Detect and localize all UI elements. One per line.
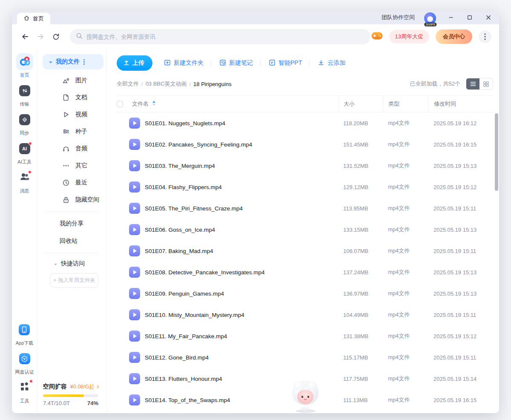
caret-down-icon <box>54 260 57 267</box>
file-modified-time: 2025.05.19 15:13 <box>428 227 493 233</box>
table-row[interactable]: S01E05. The_Piri_Fitness_Craze.mp4 113.9… <box>117 198 493 219</box>
sidebar-item-recycle-bin[interactable]: 回收站 <box>37 232 106 250</box>
my-files-menu-icon[interactable] <box>83 59 85 65</box>
rail-item-sync[interactable]: 同步 <box>16 111 33 136</box>
video-file-icon <box>129 160 140 171</box>
close-button[interactable] <box>484 13 493 22</box>
back-button[interactable] <box>20 31 31 42</box>
table-row[interactable]: S01E08. Detective_Pancake_Investigates.m… <box>117 262 493 283</box>
sidebar-item-hidden-space[interactable]: 隐藏空间 <box>37 191 106 208</box>
file-type: mp4文件 <box>383 183 428 191</box>
search-bar[interactable] <box>70 29 370 44</box>
table-row[interactable]: S01E04. Flashy_Flippers.mp4 129.12MB mp4… <box>117 176 493 198</box>
file-name[interactable]: S01E05. The_Piri_Fitness_Craze.mp4 <box>145 205 338 212</box>
column-type[interactable]: 类型 <box>383 95 428 112</box>
file-name[interactable]: S01E01. Nuggets_Nuglets.mp4 <box>145 120 338 127</box>
table-row[interactable]: S01E01. Nuggets_Nuglets.mp4 118.20MB mp4… <box>117 112 493 134</box>
file-name[interactable]: S01E12. Gone_Bird.mp4 <box>145 354 338 361</box>
table-row[interactable]: S01E03. The_Merguin.mp4 131.52MB mp4文件 2… <box>117 155 493 176</box>
scrollbar-thumb[interactable] <box>495 113 498 191</box>
headphones-icon <box>62 145 70 152</box>
my-files-label: 我的文件 <box>56 58 80 66</box>
column-modified[interactable]: 修改时间 <box>428 95 493 112</box>
more-menu-button[interactable] <box>479 30 491 43</box>
file-size: 118.20MB <box>338 120 383 127</box>
divider <box>211 60 211 66</box>
minimize-button[interactable] <box>446 13 456 22</box>
smart-ppt-button[interactable]: P 智能PPT <box>269 59 302 67</box>
sidebar-item-other[interactable]: 其它 <box>37 157 106 174</box>
file-name[interactable]: S01E10. Misty_Mountain_Mystery.mp4 <box>145 312 338 318</box>
tab-home[interactable]: 首页 <box>17 13 50 24</box>
workspace-link[interactable]: 团队协作空间 <box>382 14 415 21</box>
video-file-icon <box>129 267 140 278</box>
upload-button[interactable]: 上传 <box>117 55 152 71</box>
table-row[interactable]: S01E02. Pancakes_Syncing_Feeling.mp4 151… <box>117 134 493 155</box>
storage-price-link[interactable]: ¥0.08/G起 <box>70 383 98 391</box>
sidebar-item-quick-access[interactable]: 快捷访问 <box>37 256 106 271</box>
column-filename[interactable]: 文件名 <box>132 100 149 108</box>
rail-item-certification[interactable]: 网盘认证 <box>15 350 34 375</box>
member-center-button[interactable]: 会员中心 <box>436 29 472 44</box>
file-name[interactable]: S01E06. Goss_on_Ice.mp4 <box>145 227 338 233</box>
video-file-icon <box>129 203 140 214</box>
breadcrumb-folder[interactable]: 03 BBC英文动画 <box>146 80 187 88</box>
forward-button[interactable] <box>35 31 46 42</box>
drop-folder-zone[interactable]: + 拖入常用文件夹 <box>50 273 98 288</box>
rail-item-home[interactable]: 首页 <box>16 53 33 78</box>
table-row[interactable]: S01E06. Goss_on_Ice.mp4 133.15MB mp4文件 2… <box>117 219 493 240</box>
rail-item-tools[interactable]: 工具 <box>16 379 33 404</box>
rail-label-certification: 网盘认证 <box>15 369 34 375</box>
rail-item-ai-tools[interactable]: AI AI工具 <box>16 140 33 165</box>
sidebar-item-torrents[interactable]: Bt 种子 <box>37 123 106 140</box>
file-name[interactable]: S01E09. Penguin_Games.mp4 <box>145 291 338 297</box>
table-row[interactable]: S01E12. Gone_Bird.mp4 115.17MB mp4文件 202… <box>117 347 493 368</box>
file-type: mp4文件 <box>383 204 428 212</box>
rail-item-transfer[interactable]: 传输 <box>16 82 33 107</box>
list-view-button[interactable] <box>466 78 479 89</box>
file-name[interactable]: S01E03. The_Merguin.mp4 <box>145 163 338 169</box>
sidebar-item-my-files[interactable]: 我的文件 <box>43 54 103 69</box>
file-type: mp4文件 <box>383 247 428 255</box>
sort-icon[interactable] <box>152 101 156 107</box>
app-window: 首页 团队协作空间 SVIP5 <box>12 11 499 413</box>
file-type: mp4文件 <box>383 354 428 361</box>
sidebar-item-documents[interactable]: 文档 <box>37 89 106 106</box>
table-row[interactable]: S01E09. Penguin_Games.mp4 136.97MB mp4文件… <box>117 283 493 304</box>
file-name[interactable]: S01E02. Pancakes_Syncing_Feeling.mp4 <box>145 141 338 148</box>
file-name[interactable]: S01E08. Detective_Pancake_Investigates.m… <box>145 269 338 276</box>
rail-item-messages[interactable]: 消息 <box>16 169 33 194</box>
game-center-icon[interactable] <box>371 32 383 42</box>
cloud-add-button[interactable]: 云添加 <box>318 59 345 67</box>
video-file-icon <box>129 309 140 320</box>
breadcrumb-all-files[interactable]: 全部文件 <box>117 80 139 88</box>
file-size: 131.38MB <box>338 333 383 339</box>
file-name[interactable]: S01E07. Baking_Mad.mp4 <box>145 248 338 254</box>
mascot-character[interactable] <box>292 380 319 413</box>
sidebar-item-recent[interactable]: 最近 <box>37 174 106 191</box>
table-row[interactable]: S01E07. Baking_Mad.mp4 106.07MB mp4文件 20… <box>117 240 493 262</box>
file-size: 133.15MB <box>338 227 383 233</box>
file-name[interactable]: S01E11. My_Fair_Pancake.mp4 <box>145 333 338 339</box>
anniversary-promo-badge[interactable]: 13周年大促 <box>389 30 429 43</box>
sidebar-item-my-shares[interactable]: 我的分享 <box>37 215 106 232</box>
select-all-checkbox[interactable] <box>117 101 123 107</box>
user-avatar[interactable]: SVIP5 <box>424 12 437 25</box>
sidebar-item-videos[interactable]: 视频 <box>37 106 106 123</box>
document-icon <box>62 94 70 101</box>
new-note-button[interactable]: 新建笔记 <box>219 59 253 67</box>
search-input[interactable] <box>86 34 365 40</box>
sidebar-item-audio[interactable]: 音频 <box>37 140 106 157</box>
picture-icon <box>62 77 70 84</box>
column-size[interactable]: 大小 <box>338 95 383 112</box>
grid-view-button[interactable] <box>479 78 493 89</box>
rail-item-app-download[interactable]: App下载 <box>16 321 34 346</box>
table-row[interactable]: S01E11. My_Fair_Pancake.mp4 131.38MB mp4… <box>117 325 493 347</box>
file-name[interactable]: S01E04. Flashy_Flippers.mp4 <box>145 184 338 190</box>
notification-dot <box>29 142 32 145</box>
maximize-button[interactable] <box>465 13 474 22</box>
new-folder-button[interactable]: 新建文件夹 <box>164 59 204 67</box>
table-row[interactable]: S01E10. Misty_Mountain_Mystery.mp4 104.4… <box>117 304 493 325</box>
refresh-button[interactable] <box>50 31 61 42</box>
sidebar-item-pictures[interactable]: 图片 <box>37 72 106 89</box>
